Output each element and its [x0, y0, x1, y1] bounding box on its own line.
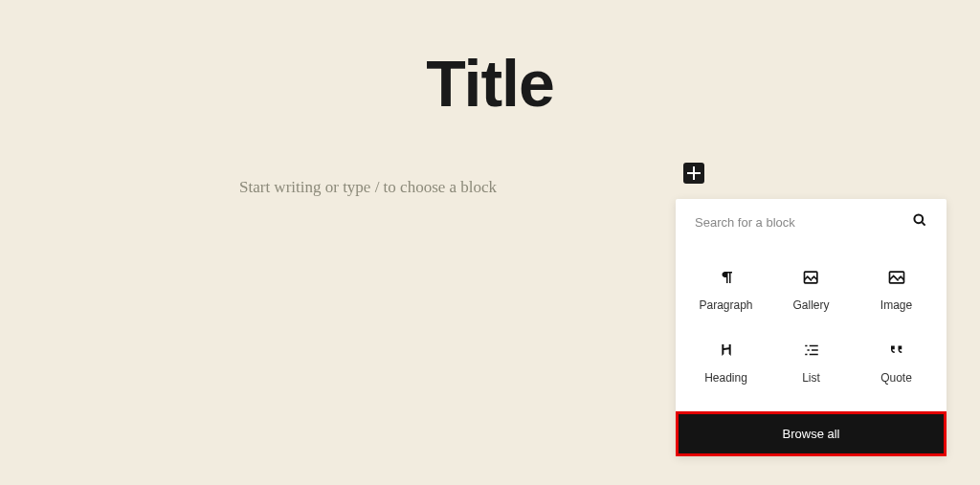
block-paragraph[interactable]: Paragraph	[683, 253, 768, 325]
block-list[interactable]: List	[768, 325, 854, 398]
gallery-icon	[800, 266, 823, 289]
heading-icon	[715, 339, 738, 362]
block-image[interactable]: Image	[854, 253, 939, 325]
svg-rect-10	[809, 354, 817, 356]
block-label: Heading	[704, 371, 747, 385]
block-label: Gallery	[792, 298, 829, 312]
block-inserter-panel: Paragraph Gallery Image Heading List	[676, 199, 947, 456]
list-icon	[800, 339, 823, 362]
plus-icon	[687, 166, 701, 180]
svg-line-1	[922, 222, 924, 225]
post-title[interactable]: Title	[0, 0, 980, 121]
svg-rect-5	[805, 345, 807, 347]
block-grid: Paragraph Gallery Image Heading List	[676, 241, 947, 411]
block-gallery[interactable]: Gallery	[768, 253, 854, 325]
svg-rect-8	[812, 349, 818, 351]
search-icon	[912, 212, 927, 231]
add-block-button[interactable]	[683, 163, 704, 184]
svg-rect-7	[807, 349, 809, 351]
browse-all-button[interactable]: Browse all	[676, 411, 947, 456]
block-quote[interactable]: Quote	[854, 325, 939, 398]
block-label: Quote	[880, 371, 912, 385]
svg-rect-6	[809, 345, 817, 347]
svg-rect-9	[805, 354, 807, 356]
search-input[interactable]	[695, 215, 912, 230]
quote-icon	[885, 339, 908, 362]
content-placeholder[interactable]: Start writing or type / to choose a bloc…	[239, 178, 980, 197]
block-label: Image	[880, 298, 912, 312]
search-row	[676, 199, 947, 241]
block-heading[interactable]: Heading	[683, 325, 768, 398]
block-label: List	[802, 371, 820, 385]
svg-point-0	[914, 214, 923, 223]
block-label: Paragraph	[699, 298, 752, 312]
image-icon	[885, 266, 908, 289]
paragraph-icon	[715, 266, 738, 289]
